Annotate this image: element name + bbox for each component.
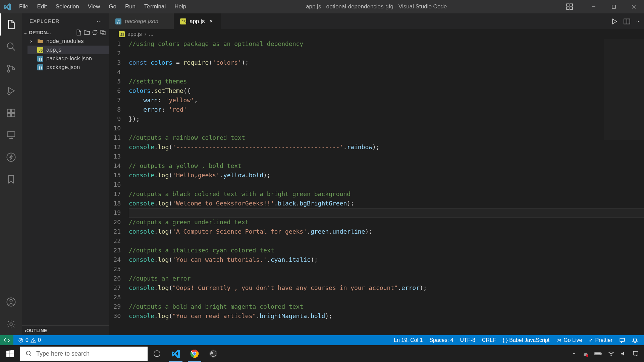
search-placeholder: Type here to search (36, 350, 90, 357)
json-icon: {} (37, 64, 44, 71)
run-icon[interactable] (611, 18, 618, 25)
svg-point-48 (154, 351, 160, 357)
js-icon: JS (180, 18, 186, 24)
activity-bar (0, 13, 22, 335)
svg-line-9 (12, 48, 15, 51)
feedback-icon[interactable] (616, 337, 629, 343)
accounts-icon[interactable] (0, 291, 22, 313)
minimap[interactable] (604, 39, 644, 140)
svg-text:JS: JS (120, 33, 124, 37)
warnings-count: 0 (38, 337, 41, 343)
svg-text:{}: {} (116, 20, 120, 23)
bell-icon[interactable] (629, 337, 641, 343)
svg-point-21 (7, 153, 15, 162)
thunder-icon[interactable] (0, 146, 22, 168)
file-label: app.js (46, 47, 61, 53)
close-icon[interactable]: × (208, 18, 214, 24)
menu-file[interactable]: File (15, 3, 33, 10)
editor-tabs: {} package.json × JS app.js × ··· (109, 13, 644, 29)
minimize-button[interactable] (584, 0, 604, 13)
bookmark-icon[interactable] (0, 168, 22, 190)
prettier-indicator[interactable]: ✓Prettier (585, 337, 616, 344)
chevron-right-icon: › (30, 38, 34, 45)
outline-section[interactable]: › OUTLINE (22, 325, 109, 335)
tray-chevron-icon[interactable] (572, 351, 576, 356)
svg-rect-15 (11, 109, 15, 113)
svg-rect-17 (11, 113, 15, 117)
svg-point-24 (10, 323, 12, 325)
tab-label: app.js (190, 18, 205, 25)
layout-icon[interactable] (562, 3, 577, 10)
svg-text:{}: {} (38, 66, 42, 70)
svg-rect-14 (7, 109, 11, 113)
obs-taskbar-icon[interactable] (204, 345, 223, 362)
close-button[interactable] (624, 0, 644, 13)
svg-rect-3 (570, 7, 573, 10)
svg-point-13 (8, 92, 10, 95)
source-control-icon[interactable] (0, 58, 22, 80)
new-file-icon[interactable] (76, 29, 82, 36)
editor-area: {} package.json × JS app.js × ··· JS app… (109, 13, 644, 335)
search-icon[interactable] (0, 36, 22, 58)
cursor-position[interactable]: Ln 19, Col 1 (390, 337, 426, 343)
taskbar-search[interactable]: Type here to search (20, 347, 148, 361)
new-folder-icon[interactable] (84, 29, 90, 36)
tray-battery-icon[interactable] (594, 351, 602, 356)
project-section[interactable]: ⌄ OPTION... (22, 28, 109, 37)
svg-text:JS: JS (182, 20, 186, 23)
encoding-indicator[interactable]: UTF-8 (457, 337, 479, 343)
refresh-icon[interactable] (92, 29, 98, 36)
tray-notifications-icon[interactable] (633, 351, 639, 357)
menu-go[interactable]: Go (104, 3, 121, 10)
start-button[interactable] (0, 345, 20, 362)
eol-indicator[interactable]: CRLF (479, 337, 499, 343)
tray-onedrive-icon[interactable] (582, 351, 588, 357)
tab-package-json[interactable]: {} package.json × (109, 13, 174, 29)
file-package-lock[interactable]: {} package-lock.json (28, 54, 109, 63)
tray-volume-icon[interactable] (621, 351, 627, 357)
menu-edit[interactable]: Edit (33, 3, 51, 10)
folder-icon (37, 38, 44, 45)
menu-terminal[interactable]: Terminal (140, 3, 170, 10)
tab-app-js[interactable]: JS app.js × (174, 13, 220, 29)
code-editor[interactable]: 1234567891011121314151617181920212223242… (109, 39, 644, 335)
file-package-json[interactable]: {} package.json (28, 63, 109, 72)
split-editor-icon[interactable] (624, 18, 630, 25)
svg-point-46 (26, 351, 31, 355)
svg-rect-59 (595, 353, 600, 354)
title-bar: File Edit Selection View Go Run Terminal… (0, 0, 644, 13)
file-app-js[interactable]: JS app.js (28, 46, 109, 54)
folder-node-modules[interactable]: › node_modules (28, 37, 109, 46)
settings-gear-icon[interactable] (0, 313, 22, 335)
collapse-all-icon[interactable] (100, 29, 106, 36)
explorer-icon[interactable] (0, 13, 22, 36)
breadcrumb-rest: ... (149, 31, 153, 37)
tray-wifi-icon[interactable] (608, 351, 614, 356)
code-content[interactable]: //using colors package as an optional de… (129, 39, 644, 335)
vscode-taskbar-icon[interactable] (166, 345, 185, 362)
menu-help[interactable]: Help (170, 3, 191, 10)
svg-point-45 (558, 340, 559, 341)
maximize-button[interactable] (604, 0, 624, 13)
extensions-icon[interactable] (0, 102, 22, 124)
breadcrumb-file: app.js (127, 31, 142, 37)
remote-explorer-icon[interactable] (0, 124, 22, 146)
outline-title: OUTLINE (26, 328, 47, 333)
task-view-icon[interactable] (148, 345, 166, 362)
svg-point-23 (10, 300, 12, 302)
indent-indicator[interactable]: Spaces: 4 (426, 337, 457, 343)
menu-selection[interactable]: Selection (51, 3, 84, 10)
run-debug-icon[interactable] (0, 80, 22, 102)
menu-view[interactable]: View (84, 3, 105, 10)
chrome-taskbar-icon[interactable] (185, 345, 204, 362)
go-live-button[interactable]: Go Live (553, 337, 585, 343)
breadcrumb[interactable]: JS app.js › ... (109, 29, 644, 39)
problems-indicator[interactable]: 0 0 (15, 337, 44, 343)
errors-count: 0 (25, 337, 29, 343)
language-indicator[interactable]: { } Babel JavaScript (499, 337, 553, 343)
more-icon[interactable]: ··· (636, 18, 641, 24)
more-icon[interactable]: ··· (97, 18, 102, 24)
svg-point-8 (7, 43, 13, 49)
remote-indicator[interactable] (0, 335, 13, 345)
menu-run[interactable]: Run (121, 3, 140, 10)
